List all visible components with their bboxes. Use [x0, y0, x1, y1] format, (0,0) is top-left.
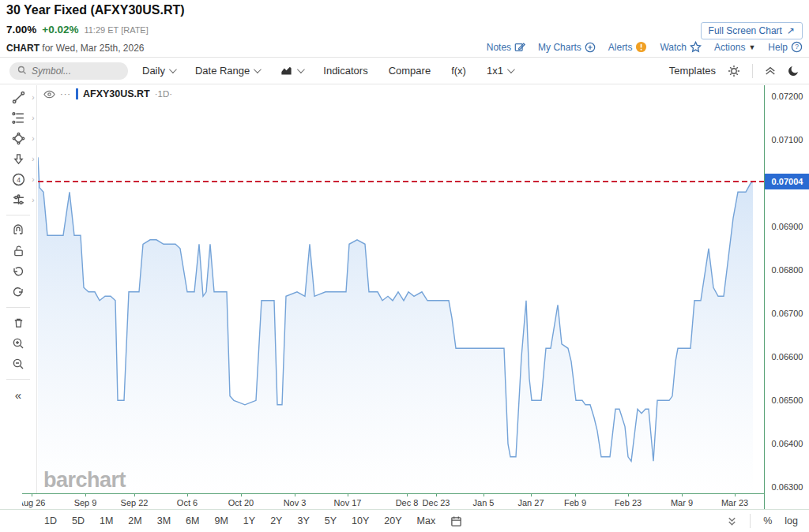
sidebar-tool-zoom-out[interactable]: [0, 354, 37, 374]
sidebar-tool-magnet[interactable]: [0, 220, 37, 241]
sidebar-tool-measure-tool[interactable]: ›: [0, 189, 37, 210]
y-axis-label: 0.06900: [765, 222, 809, 231]
nav-link-actions[interactable]: Actions▼: [714, 42, 755, 53]
range-button-20y[interactable]: 20Y: [384, 515, 401, 526]
chart-plot-area[interactable]: [38, 85, 764, 493]
x-axis-tick: [682, 493, 683, 496]
legend-symbol: AFXY30US.RT: [83, 88, 150, 99]
range-button-1d[interactable]: 1D: [44, 515, 57, 526]
page-title: 30 Year Fixed (AFXY30US.RT): [6, 3, 185, 17]
range-button-3m[interactable]: 3M: [157, 515, 171, 526]
divider: [6, 215, 30, 215]
toolbar-item-1x1[interactable]: 1x1: [487, 65, 513, 77]
range-button-3y[interactable]: 3Y: [297, 515, 309, 526]
calendar-icon[interactable]: [450, 515, 462, 527]
range-button-5d[interactable]: 5D: [72, 515, 85, 526]
divider: [6, 379, 30, 380]
y-axis-label: 0.06300: [765, 482, 809, 492]
toolbar-item-label: Compare: [389, 65, 431, 77]
x-axis-label: Dec 23: [423, 498, 450, 508]
x-axis-tick: [436, 493, 437, 496]
range-button-6m[interactable]: 6M: [186, 515, 199, 526]
sidebar-tool-trend-line[interactable]: ›: [0, 87, 37, 107]
area-fill: [38, 157, 753, 493]
quote-row: 7.00% +0.02% 11:29 ET [RATE]: [6, 24, 149, 36]
nav-link-alerts[interactable]: Alerts: [608, 41, 648, 53]
gear-icon[interactable]: [728, 65, 740, 77]
collapse-up-icon[interactable]: [765, 66, 776, 77]
divider: [6, 307, 30, 308]
svg-text:4: 4: [17, 175, 21, 183]
range-buttons: 1D5D1M2M3M6M9M1Y2Y3Y5Y10Y20YMax: [44, 515, 462, 527]
range-button-1m[interactable]: 1M: [100, 515, 113, 526]
templates-button[interactable]: Templates: [669, 65, 716, 77]
price-chart-svg[interactable]: [38, 85, 764, 493]
range-button-10y[interactable]: 10Y: [352, 515, 369, 526]
range-button-1y[interactable]: 1Y: [243, 515, 255, 526]
x-axis-tick: [407, 493, 408, 496]
toolbar-item-indicators[interactable]: Indicators: [323, 65, 367, 77]
moon-icon[interactable]: [788, 65, 800, 77]
nav-link-notes[interactable]: Notes: [487, 42, 525, 53]
range-button-2y[interactable]: 2Y: [270, 515, 282, 526]
drawing-tools-sidebar: ››››4››«: [0, 85, 37, 493]
log-scale-button[interactable]: log: [785, 515, 798, 526]
range-button-5y[interactable]: 5Y: [325, 515, 337, 526]
x-axis-label: Mar 9: [671, 498, 693, 508]
eye-icon[interactable]: [43, 90, 55, 99]
sidebar-tool-collapse-left[interactable]: «: [0, 384, 37, 405]
divider: [750, 514, 751, 528]
chart-date: for Wed, Mar 25th, 2026: [42, 43, 144, 54]
sidebar-tool-fibonacci-tool[interactable]: ›: [0, 107, 37, 128]
chevron-down-icon: [507, 66, 515, 73]
range-toolbar: 1D5D1M2M3M6M9M1Y2Y3Y5Y10Y20YMax % log: [0, 509, 809, 532]
toolbar-item-date-range[interactable]: Date Range: [195, 65, 259, 77]
x-axis-label: Nov 17: [334, 498, 362, 508]
sidebar-tool-unlock[interactable]: [0, 241, 37, 261]
x-axis-tick: [575, 493, 576, 496]
legend-period: ·1D·: [155, 89, 172, 99]
submenu-arrow-icon: ›: [32, 155, 34, 163]
full-screen-chart-label: Full Screen Chart: [709, 25, 782, 36]
y-axis-label: 0.06800: [765, 265, 809, 275]
x-axis-tick: [295, 493, 295, 496]
range-button-max[interactable]: Max: [417, 515, 436, 526]
number-annotation-icon: 4: [12, 173, 25, 186]
price-change: +0.02%: [42, 24, 78, 36]
time-axis[interactable]: Aug 26Sep 9Sep 22Oct 6Oct 20Nov 3Nov 17D…: [22, 493, 809, 509]
price-axis[interactable]: 0.072000.071000.069000.068000.067000.066…: [764, 85, 809, 509]
nav-link-help[interactable]: Help?: [768, 41, 803, 53]
symbol-search[interactable]: [9, 62, 128, 80]
range-button-2m[interactable]: 2M: [128, 515, 141, 526]
toolbar-item-compare[interactable]: Compare: [389, 65, 431, 77]
y-axis-label: 0.07100: [765, 135, 809, 144]
chevron-down-icon: [169, 66, 177, 73]
sidebar-tool-trash[interactable]: [0, 313, 37, 333]
magnet-icon: [12, 224, 24, 237]
percent-scale-button[interactable]: %: [763, 515, 772, 526]
sidebar-tool-zoom-in[interactable]: [0, 333, 37, 354]
y-axis-label: 0.06500: [765, 395, 809, 405]
symbol-search-input[interactable]: [32, 66, 119, 77]
toolbar-item-f-x-[interactable]: f(x): [451, 65, 466, 77]
chart-subheader: CHART for Wed, Mar 25th, 2026 NotesMy Ch…: [0, 41, 809, 58]
toolbar-item-chart-type[interactable]: [280, 66, 303, 77]
nav-link-my-charts[interactable]: My Charts: [538, 42, 596, 53]
toolbar-item-daily[interactable]: Daily: [142, 65, 175, 77]
submenu-arrow-icon: ›: [32, 93, 34, 102]
last-price-badge: 0.07004: [765, 174, 809, 189]
full-screen-chart-button[interactable]: Full Screen Chart ↗: [701, 22, 803, 39]
range-button-9m[interactable]: 9M: [214, 515, 228, 526]
sidebar-tool-shapes-tool[interactable]: ›: [0, 128, 37, 148]
x-axis-label: Jan 5: [473, 498, 495, 508]
x-axis-tick: [241, 493, 242, 496]
sidebar-tool-number-annotation[interactable]: 4›: [0, 169, 37, 189]
collapse-down-icon[interactable]: [727, 516, 737, 526]
nav-link-watch[interactable]: Watch: [660, 41, 702, 53]
more-dots-icon[interactable]: ···: [60, 91, 71, 97]
sidebar-tool-arrow-annotation[interactable]: ›: [0, 148, 37, 169]
sidebar-tool-undo[interactable]: [0, 261, 37, 282]
toolbar-right: Templates: [669, 64, 800, 78]
toolbar-item-label: 1x1: [487, 65, 503, 77]
nav-link-label: Alerts: [608, 42, 633, 53]
